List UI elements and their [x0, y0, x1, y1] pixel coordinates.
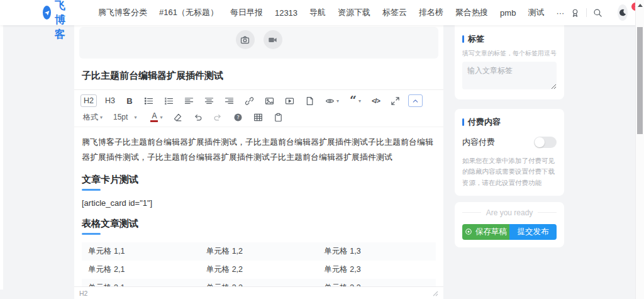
- redo-icon[interactable]: [211, 111, 225, 123]
- toolbar-row-1: H2 H3 B: [80, 94, 437, 107]
- preview-eye-icon[interactable]: ▾: [323, 94, 341, 107]
- align-left-icon[interactable]: [182, 94, 196, 107]
- menu-item-untitled[interactable]: #161（无标题）: [159, 7, 218, 18]
- heading2-button[interactable]: H2: [80, 94, 97, 107]
- align-center-icon[interactable]: [202, 94, 216, 107]
- element-path[interactable]: H2: [79, 290, 87, 297]
- menu-item-ranking[interactable]: 排名榜: [419, 7, 443, 18]
- fontsize-label: 15pt: [113, 113, 128, 121]
- chevron-down-icon: ▾: [134, 115, 136, 120]
- paid-content-panel: 付费内容 内容付费 如果您在文章中添加了付费可见的隐藏内容或需要设置付费下载资源…: [455, 109, 564, 196]
- submit-publish-button[interactable]: 提交发布: [509, 224, 557, 240]
- chevron-down-icon: ▾: [100, 115, 103, 120]
- bold-button[interactable]: B: [123, 94, 136, 107]
- media-embed-icon[interactable]: [282, 94, 297, 107]
- menu-item-tag-cloud[interactable]: 标签云: [382, 7, 407, 18]
- menu-item-downloads[interactable]: 资源下载: [338, 7, 370, 18]
- format-select[interactable]: 格式 ▾: [80, 111, 105, 123]
- image-icon[interactable]: [262, 94, 277, 107]
- help-icon[interactable]: ?: [231, 111, 245, 123]
- upload-video-button[interactable]: [264, 30, 282, 49]
- undo-icon[interactable]: [191, 111, 205, 123]
- save-draft-button[interactable]: 保存草稿: [462, 224, 509, 240]
- checkin-medal-icon[interactable]: [564, 8, 586, 18]
- camera-icon: [240, 35, 250, 45]
- tags-input[interactable]: [462, 62, 557, 89]
- chevron-down-icon: ▾: [358, 98, 361, 104]
- paste-icon[interactable]: [271, 111, 286, 123]
- menu-item-test[interactable]: 测试: [528, 7, 544, 18]
- heading-article-card-test: 文章卡片测试: [82, 174, 436, 186]
- menu-item-categories[interactable]: 腾飞博客分类: [98, 7, 147, 18]
- publish-panel: Are you ready 保存草稿 提交发布: [455, 202, 564, 247]
- ready-text: Are you ready: [486, 208, 533, 217]
- menu-item-hot-search[interactable]: 聚合热搜: [455, 7, 488, 18]
- paid-toggle-row: 内容付费: [462, 137, 557, 148]
- table-cell: 单元格 2,1: [82, 261, 200, 279]
- navbar-actions: 33 开通会员: [564, 4, 644, 21]
- resize-handle-icon[interactable]: [432, 290, 438, 296]
- menu-item-daily-news[interactable]: 每日早报: [230, 7, 263, 18]
- align-right-icon[interactable]: [222, 94, 236, 107]
- bullet-list-icon[interactable]: [142, 94, 156, 107]
- menu-item-12313[interactable]: 12313: [275, 8, 297, 18]
- site-logo[interactable]: 腾飞博客: [43, 0, 72, 42]
- article-card-shortcode: [article_card id="1"]: [82, 198, 436, 208]
- code-icon[interactable]: </>: [369, 94, 382, 107]
- tags-hint-text: 填写文章的标签，每个标签用逗号隔开: [462, 49, 557, 58]
- table-cell: 单元格 2,3: [318, 261, 436, 279]
- table-cell: 单元格 2,2: [200, 261, 318, 279]
- upload-photo-button[interactable]: [236, 30, 255, 49]
- file-icon[interactable]: [303, 94, 317, 107]
- menu-item-nav[interactable]: 导航: [309, 7, 326, 18]
- paid-toggle-switch[interactable]: [534, 137, 557, 148]
- editor-toolbar: H2 H3 B: [74, 89, 443, 127]
- quote-glyph: “: [350, 97, 357, 104]
- menu-more-ellipsis[interactable]: ···: [556, 8, 564, 18]
- heading-underline: [82, 233, 101, 235]
- editor-content-area[interactable]: 腾飞博客子比主题前台编辑器扩展插件测试，子比主题前台编辑器扩展插件测试子比主题前…: [74, 127, 443, 297]
- scroll-up-arrow[interactable]: [636, 0, 644, 10]
- moon-icon: [618, 8, 627, 17]
- scrollbar-thumb[interactable]: [637, 27, 643, 134]
- logo-paper-plane-icon: [43, 6, 51, 20]
- right-sidebar: 标签 填写文章的标签，每个标签用逗号隔开 付费内容 内容付费 如果您在文章中添加…: [455, 25, 564, 247]
- fontsize-select[interactable]: 15pt ▾: [111, 111, 139, 123]
- paid-panel-header: 付费内容: [462, 116, 557, 128]
- table-cell: 单元格 1,1: [82, 242, 200, 261]
- format-label: 格式: [83, 112, 98, 123]
- record-circle-icon: [465, 228, 472, 235]
- heading3-button[interactable]: H3: [103, 94, 118, 107]
- table-row: 单元格 1,1 单元格 1,2 单元格 1,3: [82, 242, 436, 261]
- cover-upload-area: [79, 27, 438, 59]
- main-menu: 腾飞博客分类 #161（无标题） 每日早报 12313 导航 资源下载 标签云 …: [98, 7, 564, 18]
- post-title-input[interactable]: 子比主题前台编辑器扩展插件测试: [82, 70, 436, 82]
- ready-divider: Are you ready: [462, 208, 557, 217]
- site-title: 腾飞博客: [55, 0, 72, 42]
- divider-line: [538, 212, 557, 213]
- table-icon[interactable]: [251, 111, 265, 123]
- accent-bar: [462, 118, 464, 126]
- paid-description: 如果您在文章中添加了付费可见的隐藏内容或需要设置付费下载资源，请在此设置付费功能: [462, 155, 557, 188]
- text-color-button[interactable]: A ▾: [148, 111, 165, 123]
- toolbar-row-2: 格式 ▾ 15pt ▾ A ▾ ?: [80, 111, 437, 123]
- body-paragraph: 腾飞博客子比主题前台编辑器扩展插件测试，子比主题前台编辑器扩展插件测试子比主题前…: [82, 135, 436, 165]
- fullscreen-icon[interactable]: [388, 94, 402, 107]
- submit-label: 提交发布: [518, 227, 549, 237]
- color-swatch: [150, 120, 158, 122]
- search-icon[interactable]: [587, 8, 609, 18]
- save-draft-label: 保存草稿: [475, 227, 507, 237]
- table-row: 单元格 2,1 单元格 2,2 单元格 2,3: [82, 261, 436, 279]
- menu-item-pmb[interactable]: pmb: [500, 8, 516, 18]
- numbered-list-icon[interactable]: [162, 94, 176, 107]
- paid-toggle-label: 内容付费: [462, 137, 495, 148]
- blockquote-icon[interactable]: “ ▾: [347, 94, 364, 107]
- table-cell: 单元格 1,2: [200, 242, 318, 261]
- publish-buttons: 保存草稿 提交发布: [462, 224, 557, 240]
- collapse-toolbar-button[interactable]: [408, 94, 423, 107]
- eraser-icon[interactable]: [170, 111, 185, 123]
- code-glyph: </>: [372, 97, 380, 104]
- dark-mode-toggle[interactable]: [618, 4, 628, 21]
- link-icon[interactable]: [242, 94, 257, 107]
- bold-label: B: [126, 96, 132, 106]
